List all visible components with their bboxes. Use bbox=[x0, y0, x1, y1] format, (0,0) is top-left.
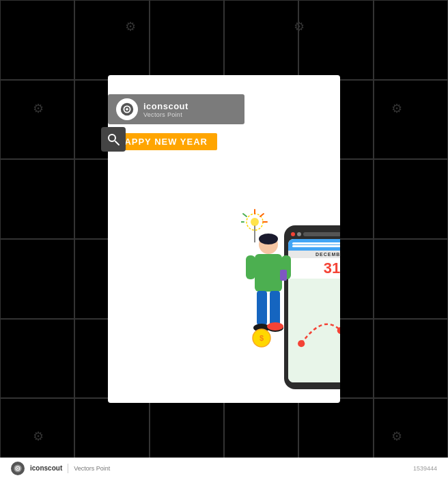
phone-status-line bbox=[303, 232, 340, 236]
grid-cell bbox=[0, 239, 74, 319]
grid-cell bbox=[374, 0, 448, 80]
svg-line-28 bbox=[115, 141, 119, 145]
watermark-banner: iconscout Vectors Point bbox=[108, 94, 244, 124]
grid-cell bbox=[0, 0, 74, 80]
svg-point-31 bbox=[17, 467, 18, 468]
main-illustration: $ DECEMBER 31 bbox=[108, 75, 340, 403]
search-icon bbox=[107, 132, 120, 146]
grid-cell bbox=[374, 319, 448, 399]
grid-cell bbox=[0, 319, 74, 399]
bottom-iconscout-logo bbox=[11, 462, 25, 475]
svg-rect-3 bbox=[246, 255, 255, 279]
grid-cell bbox=[224, 0, 298, 80]
svg-point-26 bbox=[126, 108, 128, 111]
grid-cell bbox=[298, 0, 373, 80]
grid-cell bbox=[0, 159, 74, 239]
calendar-header-line bbox=[292, 242, 340, 244]
grid-cell bbox=[150, 0, 224, 80]
grid-cell bbox=[74, 0, 149, 80]
svg-rect-5 bbox=[280, 270, 287, 281]
svg-rect-6 bbox=[257, 291, 267, 325]
hny-text: HAPPY NEW YEAR bbox=[117, 137, 208, 147]
svg-point-13 bbox=[251, 218, 259, 226]
gear-icon: ⚙ bbox=[391, 101, 402, 116]
bottom-brand-sub: Vectors Point bbox=[74, 465, 110, 472]
gear-icon: ⚙ bbox=[294, 19, 305, 34]
brand-name: iconscout bbox=[143, 101, 188, 111]
asset-id: 1539444 bbox=[413, 465, 437, 472]
svg-point-27 bbox=[109, 135, 115, 141]
grid-cell bbox=[374, 239, 448, 319]
svg-line-15 bbox=[260, 214, 264, 216]
coin-decoration: $ bbox=[251, 328, 272, 351]
gear-icon: ⚙ bbox=[125, 19, 136, 34]
svg-line-17 bbox=[243, 214, 247, 216]
search-icon-box bbox=[101, 127, 126, 152]
svg-text:$: $ bbox=[260, 334, 264, 342]
calendar-header-line bbox=[292, 245, 340, 247]
grid-cell bbox=[0, 80, 74, 160]
bottom-divider bbox=[68, 464, 68, 473]
svg-rect-2 bbox=[255, 254, 282, 292]
grid-cell bbox=[374, 159, 448, 239]
watermark-text: iconscout Vectors Point bbox=[143, 101, 188, 118]
gear-icon: ⚙ bbox=[33, 101, 44, 116]
iconscout-logo bbox=[116, 98, 138, 120]
bottom-watermark-bar: iconscout Vectors Point 1539444 bbox=[0, 458, 448, 478]
grid-cell bbox=[374, 80, 448, 160]
gear-icon: ⚙ bbox=[391, 429, 402, 444]
svg-rect-7 bbox=[270, 291, 280, 325]
firework-decoration bbox=[241, 208, 268, 245]
bottom-brand-name: iconscout bbox=[30, 464, 62, 472]
gear-icon: ⚙ bbox=[33, 429, 44, 444]
brand-sub: Vectors Point bbox=[143, 111, 188, 118]
